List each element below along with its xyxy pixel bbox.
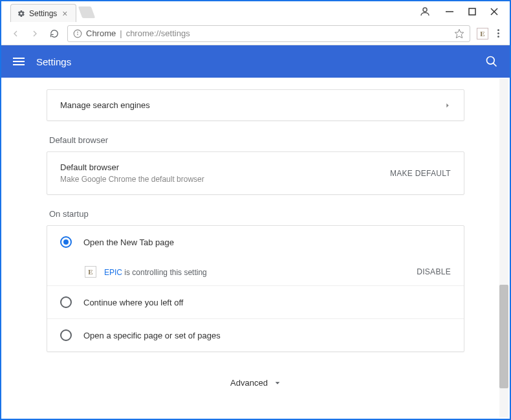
tab-close-icon[interactable]: × (61, 8, 69, 19)
startup-option-continue[interactable]: Continue where you left off (47, 286, 464, 318)
svg-line-10 (494, 63, 497, 67)
url-scheme: Chrome (86, 28, 116, 38)
svg-rect-2 (469, 8, 475, 15)
minimize-icon[interactable] (445, 7, 454, 16)
on-startup-section-label: On startup (49, 209, 464, 219)
radio-icon[interactable] (60, 296, 72, 308)
default-browser-title: Default browser (60, 162, 204, 172)
advanced-toggle[interactable]: Advanced (47, 378, 464, 388)
extension-name[interactable]: EPIC (104, 268, 122, 277)
svg-marker-8 (455, 29, 463, 38)
make-default-button[interactable]: MAKE DEFAULT (390, 169, 451, 178)
chrome-menu-button[interactable] (495, 29, 502, 38)
default-browser-card: Default browser Make Google Chrome the d… (47, 151, 464, 195)
startup-option-newtab[interactable]: Open the New Tab page (47, 226, 464, 258)
url-text: chrome://settings (126, 28, 190, 38)
search-icon[interactable] (485, 55, 498, 68)
startup-option-newtab-label: Open the New Tab page (83, 238, 174, 247)
tab-title: Settings (29, 9, 57, 18)
settings-title: Settings (36, 56, 71, 67)
radio-icon[interactable] (60, 329, 72, 341)
gear-icon (17, 10, 25, 17)
back-button[interactable] (9, 27, 22, 40)
manage-search-engines-card[interactable]: Manage search engines (47, 89, 464, 121)
chevron-right-icon (444, 102, 451, 109)
browser-tab[interactable]: Settings × (10, 4, 76, 22)
address-bar[interactable]: Chrome | chrome://settings (67, 25, 470, 42)
reload-button[interactable] (48, 27, 61, 40)
default-browser-subtitle: Make Google Chrome the default browser (60, 175, 204, 184)
radio-selected-icon[interactable] (60, 236, 72, 248)
new-tab-button[interactable] (78, 6, 95, 18)
startup-option-specific-label: Open a specific page or set of pages (83, 331, 221, 340)
svg-point-9 (487, 57, 495, 65)
default-browser-section-label: Default browser (49, 135, 464, 145)
chevron-down-icon (274, 380, 281, 386)
settings-content: Manage search engines Default browser De… (1, 78, 510, 419)
browser-toolbar: Chrome | chrome://settings E (1, 22, 510, 45)
settings-header: Settings (1, 45, 510, 78)
extension-controlling-row: E EPIC is controlling this setting DISAB… (47, 258, 464, 285)
disable-extension-button[interactable]: DISABLE (417, 267, 451, 276)
bookmark-star-icon[interactable] (454, 28, 464, 39)
manage-search-engines-label: Manage search engines (60, 100, 150, 110)
svg-point-0 (423, 8, 427, 12)
on-startup-card: Open the New Tab page E EPIC is controll… (47, 225, 464, 352)
maximize-icon[interactable] (468, 8, 476, 16)
hamburger-menu-icon[interactable] (13, 58, 25, 65)
startup-option-continue-label: Continue where you left off (83, 298, 183, 307)
window-titlebar: Settings × (1, 1, 510, 22)
startup-option-specific[interactable]: Open a specific page or set of pages (47, 319, 464, 351)
account-icon[interactable] (419, 6, 431, 17)
info-icon (73, 29, 82, 38)
extension-icon: E (85, 266, 96, 278)
forward-button[interactable] (28, 27, 41, 40)
close-window-icon[interactable] (490, 8, 498, 16)
advanced-label: Advanced (230, 378, 268, 388)
scrollbar-thumb[interactable] (499, 285, 508, 388)
extension-badge-icon[interactable]: E (477, 28, 488, 39)
extension-message: is controlling this setting (122, 268, 207, 277)
